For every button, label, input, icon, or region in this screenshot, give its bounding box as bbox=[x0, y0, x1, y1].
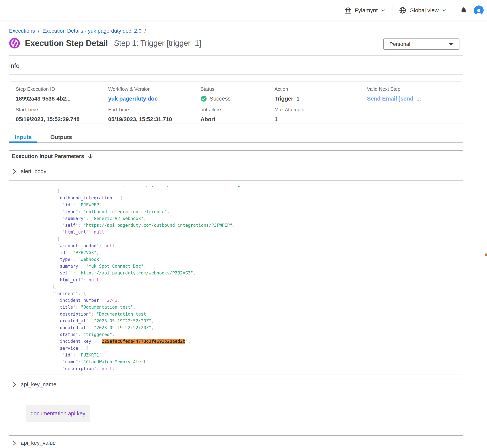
json-code-line: "accounts_addon": null, bbox=[26, 242, 334, 249]
section-api-key-name[interactable]: api_key_name bbox=[12, 381, 57, 388]
divider-thick bbox=[9, 150, 463, 151]
page-title-row: Execution Step Detail Step 1: Trigger [t… bbox=[9, 38, 201, 49]
alert-body-json-viewer[interactable]: "https://api.pagerduty.com/services/PUZK… bbox=[18, 186, 462, 375]
section-label: api_key_value bbox=[21, 440, 56, 446]
org-label: Fylamynt bbox=[355, 7, 378, 14]
json-code-line: "self": "https://api.pagerduty.com/outbo… bbox=[26, 222, 334, 229]
field-label: Status bbox=[201, 86, 275, 92]
divider bbox=[9, 180, 463, 181]
chevron-right-icon bbox=[12, 382, 16, 387]
status-text: Success bbox=[210, 96, 230, 102]
json-code-line: "summary": "Generic V2 Webhook", bbox=[26, 215, 334, 222]
field-label: Start Time bbox=[16, 107, 108, 113]
json-code-line: "type": "outbound_integration_reference"… bbox=[26, 208, 334, 215]
field-value: Trigger_1 bbox=[275, 96, 367, 102]
chevron-right-icon bbox=[12, 440, 16, 446]
json-code-line: "incident_number": 2741, bbox=[26, 297, 334, 304]
breadcrumb-separator: / bbox=[38, 28, 40, 34]
field-value: Success bbox=[201, 96, 275, 102]
page-subtitle: Step 1: Trigger [trigger_1] bbox=[114, 39, 201, 48]
breadcrumb-link-execution-details[interactable]: Execution Details - yuk pagerduty doc: 2… bbox=[42, 28, 142, 34]
highlighted-incident-key: 229efec8feda44778d3fe692b28aed2b bbox=[102, 339, 185, 344]
success-check-icon bbox=[201, 96, 207, 102]
select-caret-icon bbox=[448, 43, 453, 46]
scrollbar-highlight-marker[interactable] bbox=[485, 254, 487, 256]
api-key-name-value: documentation api key bbox=[26, 405, 90, 422]
info-field-workflow-version: Workflow & Versionyuk pagerduty doc bbox=[108, 86, 201, 102]
user-avatar[interactable] bbox=[474, 6, 484, 15]
header-divider bbox=[392, 5, 392, 16]
bell-icon bbox=[460, 7, 467, 14]
scope-select[interactable]: Personal bbox=[383, 39, 459, 50]
chevron-right-icon bbox=[12, 169, 16, 174]
step-info-card: Step Execution ID18992a43-9538-4b2...Wor… bbox=[9, 81, 463, 124]
info-grid: Step Execution ID18992a43-9538-4b2...Wor… bbox=[16, 86, 463, 127]
json-code-line: "status": "triggered", bbox=[26, 331, 334, 338]
json-code-line: "service": { bbox=[26, 345, 334, 352]
divider bbox=[9, 165, 463, 165]
io-tabs: Inputs Outputs bbox=[9, 132, 463, 143]
field-label: Step Execution ID bbox=[16, 86, 108, 92]
top-header: Fylamynt Global view bbox=[0, 0, 487, 21]
json-code-line: }, bbox=[26, 236, 334, 242]
section-alert-body[interactable]: alert_body bbox=[12, 168, 46, 175]
page-title: Execution Step Detail bbox=[25, 39, 108, 48]
json-code-line: }, bbox=[26, 283, 334, 290]
info-field-end-time: End Time05/19/2023, 15:52:31.710 bbox=[108, 107, 201, 122]
section-label: alert_body bbox=[21, 168, 46, 175]
field-value[interactable]: yuk pagerduty doc bbox=[108, 96, 201, 102]
json-code-line: "id": "PJFWPEP", bbox=[26, 201, 334, 208]
bank-icon bbox=[344, 7, 352, 14]
chevron-down-icon bbox=[381, 8, 386, 13]
field-label: Workflow & Version bbox=[108, 86, 201, 92]
execution-input-parameters-label: Execution Input Parameters bbox=[12, 153, 84, 159]
json-code-line: "created_at": "2023-05-19T22:52:20Z", bbox=[26, 318, 334, 324]
divider bbox=[9, 56, 463, 56]
info-heading: Info bbox=[9, 62, 19, 69]
info-field-action: ActionTrigger_1 bbox=[275, 86, 367, 102]
info-field-onfailure: onFailureAbort bbox=[201, 107, 275, 122]
notifications-button[interactable] bbox=[460, 7, 467, 14]
view-label: Global view bbox=[409, 7, 439, 14]
json-code-line: "self": "https://api.pagerduty.com/webho… bbox=[26, 270, 334, 276]
json-code-line: "id": "PZB2VG3", bbox=[26, 249, 334, 256]
arrow-down-icon bbox=[88, 153, 93, 159]
info-field-max-attempts: Max Attempts1 bbox=[275, 107, 367, 122]
json-code-line: "outbound_integration": { bbox=[26, 194, 334, 201]
breadcrumb-separator: / bbox=[144, 28, 146, 34]
info-field-start-time: Start Time05/19/2023, 15:52:29.748 bbox=[16, 107, 108, 122]
json-code-line: "created_at": "2023-05-19T22:52:20Z", bbox=[26, 372, 334, 375]
json-code-line: "description": "Documentation test", bbox=[26, 311, 334, 318]
field-label: Max Attempts bbox=[275, 107, 367, 113]
field-value[interactable]: Send Email [send_... bbox=[367, 96, 463, 102]
json-code-line: "type": "webhook", bbox=[26, 256, 334, 263]
json-code-line: "incident": { bbox=[26, 290, 334, 297]
chevron-down-icon bbox=[442, 8, 446, 13]
breadcrumb-link-executions[interactable]: Executions bbox=[9, 28, 35, 34]
header-divider bbox=[453, 5, 453, 16]
tab-inputs[interactable]: Inputs bbox=[9, 132, 37, 142]
section-api-key-value[interactable]: api_key_value bbox=[12, 440, 56, 446]
json-code-line: "incident_key": "229efec8feda44778d3fe69… bbox=[26, 338, 334, 345]
globe-icon bbox=[399, 7, 406, 14]
tab-outputs[interactable]: Outputs bbox=[45, 132, 78, 142]
breadcrumb: Executions / Execution Details - yuk pag… bbox=[9, 28, 146, 34]
divider bbox=[9, 74, 463, 74]
divider-thick bbox=[9, 435, 463, 436]
field-value: Abort bbox=[201, 116, 275, 122]
view-switcher[interactable]: Global view bbox=[399, 7, 446, 14]
json-code: "https://api.pagerduty.com/services/PUZK… bbox=[18, 186, 334, 375]
org-switcher[interactable]: Fylamynt bbox=[344, 7, 386, 14]
json-code-line: "description": null, bbox=[26, 365, 334, 372]
info-field-valid-next-step: Valid Next StepSend Email [send_... bbox=[367, 86, 463, 102]
json-code-line: "https://api.pagerduty.com/services/PUZK… bbox=[26, 186, 334, 188]
json-code-line: }, bbox=[26, 188, 334, 194]
execution-input-parameters-header[interactable]: Execution Input Parameters bbox=[12, 153, 93, 159]
section-label: api_key_name bbox=[21, 381, 57, 388]
field-value: 1 bbox=[275, 116, 367, 122]
api-key-name-card: documentation api key bbox=[18, 398, 462, 428]
divider bbox=[9, 392, 463, 392]
scope-selected-value: Personal bbox=[390, 41, 410, 47]
divider bbox=[9, 379, 463, 379]
json-code-line: "html_url": null bbox=[26, 277, 334, 283]
